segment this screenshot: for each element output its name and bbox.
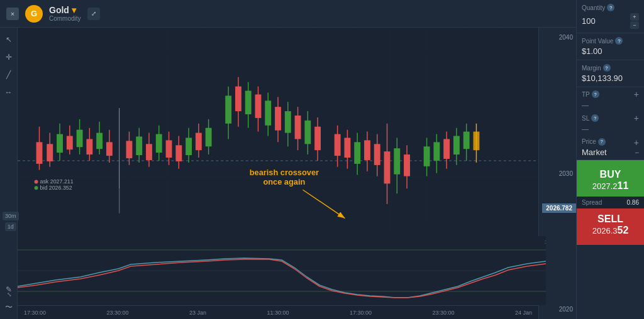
svg-rect-52 [285, 111, 291, 132]
svg-rect-64 [354, 142, 360, 163]
annotation-text: bearish crossover [250, 168, 319, 177]
svg-rect-32 [175, 145, 182, 161]
svg-rect-84 [464, 132, 470, 149]
quantity-controls: + − [630, 13, 639, 29]
tp-row: TP ? + [577, 87, 644, 101]
point-value-section: Point Value ? $1.00 [577, 33, 644, 60]
sell-label: SELL [597, 214, 623, 225]
svg-rect-46 [255, 94, 262, 117]
margin-info-icon[interactable]: ? [603, 64, 611, 72]
sl-value: — [577, 125, 644, 135]
svg-rect-62 [344, 138, 350, 158]
svg-rect-76 [424, 146, 430, 166]
svg-point-88 [35, 186, 38, 190]
line-tool[interactable]: ╱ [2, 68, 16, 82]
svg-rect-86 [474, 132, 480, 151]
sell-price: 2026.352 [592, 225, 629, 236]
candlestick-chart: ask 2027.211 bid 2026.352 bearish crosso… [18, 28, 538, 232]
svg-rect-78 [433, 142, 440, 161]
margin-section: Margin ? $10,133.90 [577, 60, 644, 87]
svg-point-87 [35, 180, 38, 183]
quantity-section: Quantity ? + − [577, 0, 644, 33]
svg-rect-26 [146, 144, 152, 160]
bid-price-label: bid 2026.352 [40, 185, 72, 191]
svg-rect-70 [384, 151, 391, 183]
svg-rect-18 [106, 142, 113, 156]
svg-rect-66 [364, 140, 370, 160]
svg-rect-40 [225, 95, 231, 123]
spread-row: Spread 0.86 [577, 197, 644, 208]
svg-rect-6 [47, 144, 53, 161]
svg-text:100: 100 [545, 239, 546, 245]
svg-rect-28 [156, 134, 162, 153]
tp-plus-button[interactable]: + [634, 89, 639, 99]
timeframe-30m[interactable]: 30m [3, 212, 19, 220]
timeframe-1d[interactable]: 1d [5, 222, 16, 231]
svg-rect-82 [453, 136, 460, 154]
svg-rect-50 [275, 107, 281, 130]
sl-plus-button[interactable]: + [634, 113, 639, 123]
svg-rect-74 [404, 154, 410, 176]
quantity-input[interactable] [582, 16, 613, 26]
tp-value: — [577, 101, 644, 111]
sl-label: SL ? [582, 114, 599, 122]
right-panel: Quantity ? + − Point Value ? $1.00 Margi… [576, 0, 644, 319]
quantity-minus-button[interactable]: − [630, 21, 639, 29]
svg-rect-48 [265, 100, 271, 125]
close-button[interactable]: × [6, 8, 19, 20]
svg-rect-44 [245, 91, 252, 114]
price-info-icon[interactable]: ? [598, 138, 606, 146]
price-minus-button[interactable]: − [635, 148, 639, 157]
cursor-tool[interactable]: ↖ [2, 33, 16, 46]
buy-price: 2027.211 [592, 180, 629, 192]
asset-info: Gold ▾ Commodity [49, 5, 81, 22]
svg-rect-30 [166, 140, 172, 158]
current-price-marker: 2026.782 [542, 203, 576, 213]
asset-icon: G [25, 5, 43, 23]
svg-rect-68 [374, 144, 380, 165]
buy-label: BUY [600, 169, 621, 180]
svg-rect-36 [196, 133, 202, 151]
buy-button[interactable]: BUY 2027.211 [577, 160, 644, 197]
svg-rect-22 [126, 141, 133, 158]
dropdown-icon[interactable]: ▾ [72, 5, 76, 15]
left-toolbar: ↖ ✛ ╱ ↔ ✎ 〜 [0, 28, 18, 319]
measure-tool[interactable]: ↔ [2, 85, 16, 99]
svg-rect-58 [314, 127, 321, 150]
margin-label: Margin ? [582, 64, 639, 72]
spread-label: Spread [582, 199, 602, 206]
spread-value: 0.86 [627, 199, 639, 206]
quantity-info-icon[interactable]: ? [607, 4, 614, 11]
price-plus-button[interactable]: + [634, 138, 639, 148]
asset-name-row: Gold ▾ [49, 5, 81, 15]
chart-canvas: ↖ ✛ ╱ ↔ ✎ 〜 2040 2030 2020 [0, 28, 576, 319]
chart-header: × G Gold ▾ Commodity ⤢ [0, 0, 576, 28]
point-value-label: Point Value ? [582, 37, 639, 45]
svg-rect-42 [235, 87, 242, 111]
price-label: Price ? [582, 138, 606, 146]
quantity-plus-button[interactable]: + [630, 13, 639, 21]
quantity-row: + − [582, 13, 639, 29]
ask-price-label: ask 2027.211 [40, 178, 73, 185]
svg-rect-4 [36, 142, 43, 163]
svg-rect-10 [67, 136, 73, 149]
tp-label: TP ? [582, 90, 599, 98]
price-section: Price ? + Market − [577, 135, 644, 160]
zoom-tool[interactable]: ⤡ [3, 288, 16, 301]
crosshair-tool[interactable]: ✛ [2, 50, 16, 64]
svg-rect-54 [295, 116, 301, 139]
annotation-text-2: once again [263, 177, 305, 187]
svg-rect-24 [136, 136, 142, 155]
sl-info-icon[interactable]: ? [591, 114, 599, 122]
tp-info-icon[interactable]: ? [592, 90, 599, 98]
wave-tool[interactable]: 〜 [2, 300, 16, 314]
point-value-info-icon[interactable]: ? [615, 37, 623, 45]
asset-name: Gold [49, 5, 69, 15]
expand-button[interactable]: ⤢ [87, 8, 100, 20]
sl-row: SL ? + [577, 111, 644, 125]
svg-rect-80 [443, 139, 450, 159]
sell-button[interactable]: SELL 2026.352 [577, 208, 644, 245]
svg-rect-56 [304, 121, 311, 144]
stochastic-chart: 80 50 20 100 [18, 236, 546, 305]
svg-rect-60 [335, 134, 341, 156]
